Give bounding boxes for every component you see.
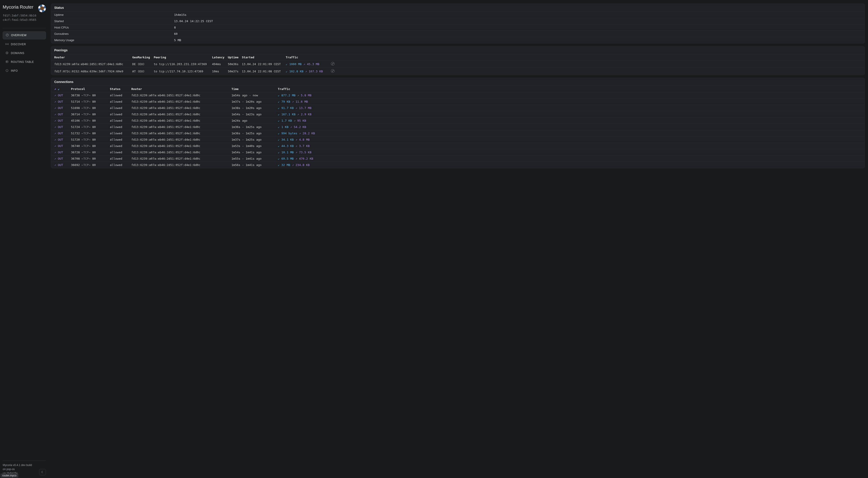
nav-label: DOMAINS	[11, 52, 24, 55]
status-key: Goroutines	[54, 32, 174, 35]
arrow-in-icon: ↙	[278, 113, 280, 116]
nav-domains[interactable]: DOMAINS	[3, 50, 46, 57]
conn-time: 1m36s - 1m25s ago	[231, 125, 278, 129]
arrow-out-icon: ↗	[297, 94, 299, 97]
conn-direction: ↗ OUT	[54, 125, 71, 129]
peer-router: fd1f:072c:0152:4d8a:639e:3d6f:7924:60e9	[54, 70, 132, 73]
conn-protocol: 36692 ←TCP→ 80	[71, 163, 110, 167]
col-traf: Traffic	[286, 56, 329, 59]
conn-traffic: ↙ 167.1 KB ↗ 2.9 KB	[278, 113, 862, 116]
conn-direction: ↗ OUT	[54, 131, 71, 135]
status-row: Host CPUs8	[51, 24, 865, 31]
conn-dir-label: OUT	[58, 125, 63, 129]
col-router: Router	[131, 87, 231, 91]
arrow-out-icon: ↗	[54, 106, 56, 110]
panel-title: Status	[51, 4, 865, 12]
arrow-in-icon: ↙	[278, 94, 280, 97]
arrow-out-icon: ↗	[54, 125, 56, 129]
theme-toggle-button[interactable]: ☾	[39, 469, 46, 475]
router-fingerprint: fd1f:3abf:5854:8b16 c4cf:fea1:b5a3:0565	[3, 13, 46, 22]
conn-protocol: 51724 ←TCP→ 80	[71, 125, 110, 129]
arrow-out-icon: ↗	[54, 100, 56, 103]
conn-time: 1m36s - 1m25s ago	[231, 131, 278, 135]
conn-traffic: ↙ 10.1 MB ↗ 73.5 KB	[278, 151, 862, 154]
conn-dir-label: OUT	[58, 113, 63, 116]
connection-row: ↗ OUT36708 ←TCP→ 80allowedfd13:6239:a07a…	[51, 155, 865, 162]
nav-info[interactable]: INFO	[3, 67, 46, 74]
col-time: Time	[231, 87, 278, 91]
traffic-in: 91.7 KB	[281, 106, 294, 110]
conn-protocol: 51720 ←TCP→ 80	[71, 138, 110, 141]
peer-latency: 494ms	[212, 62, 228, 66]
arrow-in-icon: ↙	[278, 100, 280, 103]
status-panel: Status Uptime1h4m15sStarted13.04.24 14:2…	[51, 4, 865, 43]
conn-time: 1m37s - 1m25s ago	[231, 138, 278, 141]
nav-overview[interactable]: OVERVIEW	[3, 31, 46, 39]
status-value: 5 MB	[174, 38, 862, 42]
status-key: Host CPUs	[54, 26, 174, 29]
brand-logo-icon	[38, 4, 46, 12]
conn-traffic: ↙ 1.7 KB ↗ 95 KB	[278, 119, 862, 122]
arrow-out-icon: ↗	[296, 157, 297, 160]
conn-traffic: ↙ 44.3 KB ↗ 3.7 KB	[278, 144, 862, 148]
arrow-out-icon: ↗	[296, 138, 297, 141]
block-icon[interactable]	[331, 62, 335, 66]
traffic-out: 234.8 KB	[296, 163, 310, 167]
conn-router: fd13:6239:a07a:eb46:2d51:052f:d4e1:6d0c	[131, 125, 231, 129]
conn-direction: ↗ OUT	[54, 113, 71, 116]
status-row: Uptime1h4m15s	[51, 12, 865, 18]
arrow-out-icon: ↗	[54, 157, 56, 160]
conn-status: allowed	[110, 131, 131, 135]
sidebar: Mycoria Router fd1f:3abf:5854:8b16 c4cf:…	[0, 0, 49, 478]
peer-uptime: 50m36s	[228, 62, 242, 66]
traffic-out: 2.9 KB	[301, 113, 311, 116]
main-content: Status Uptime1h4m15sStarted13.04.24 14:2…	[49, 0, 868, 478]
connection-row: ↗ OUT36738 ←TCP→ 80allowedfd13:6239:a07a…	[51, 92, 865, 98]
traffic-in: 877.2 MB	[281, 94, 296, 97]
conn-dir-label: OUT	[58, 151, 63, 154]
peer-traffic: ↙ 102.8 KB ↗ 107.3 KB	[286, 70, 329, 73]
svg-point-1	[7, 44, 7, 44]
arrow-out-icon: ↗	[54, 144, 56, 148]
nav-discover[interactable]: DISCOVER	[3, 41, 46, 48]
conn-time: 1m37s - 1m20s ago	[231, 100, 278, 103]
arrow-out-icon: ↗	[54, 131, 56, 135]
connection-row: ↗ OUT51720 ←TCP→ 80allowedfd13:6239:a07a…	[51, 137, 865, 143]
traffic-out: 5.8 MB	[301, 94, 311, 97]
conn-status: allowed	[110, 119, 131, 122]
broadcast-icon	[5, 42, 8, 47]
arrow-out-icon: ↗	[296, 144, 297, 148]
conn-time: 1m54s - 1m41s ago	[231, 151, 278, 154]
arrow-in-icon: ↙	[278, 157, 280, 160]
peer-router: fd13:6239:a07a:eb46:2d51:052f:d4e1:6d0c	[54, 62, 132, 66]
traffic-out: 4.8 MB	[299, 138, 310, 141]
status-value: 60	[174, 32, 862, 35]
traffic-out: 107.3 KB	[309, 70, 323, 73]
conn-direction: ↗ OUT	[54, 138, 71, 141]
block-icon[interactable]	[331, 69, 335, 73]
conn-dir-label: OUT	[58, 119, 63, 122]
nav-routing-table[interactable]: ROUTING TABLE	[3, 58, 46, 66]
arrow-out-icon: ↗	[292, 163, 294, 167]
conn-dir-label: OUT	[58, 163, 63, 167]
conn-direction: ↗ OUT	[54, 100, 71, 103]
conn-router: fd13:6239:a07a:eb46:2d51:052f:d4e1:6d0c	[131, 94, 231, 97]
connection-row: ↗ OUT51732 ←TCP→ 80allowedfd13:6239:a07a…	[51, 130, 865, 137]
arrow-out-icon: ↗	[54, 94, 56, 97]
conn-router: fd13:6239:a07a:eb46:2d51:052f:d4e1:6d0c	[131, 131, 231, 135]
connection-row: ↗ OUT45106 ←TCP→ 80allowedfd13:6239:a07a…	[51, 118, 865, 124]
traffic-out: 11.6 MB	[296, 100, 308, 103]
conn-router: fd13:6239:a07a:eb46:2d51:052f:d4e1:6d0c	[131, 113, 231, 116]
conn-protocol: 36740 ←TCP→ 80	[71, 144, 110, 148]
arrow-out-icon: ↗	[54, 138, 56, 141]
connection-row: ↗ OUT36740 ←TCP→ 80allowedfd13:6239:a07a…	[51, 143, 865, 149]
conn-dir-label: OUT	[58, 131, 63, 135]
traffic-out: 45.3 MB	[307, 62, 319, 66]
brand-title: Mycoria Router	[3, 4, 33, 10]
conn-status: allowed	[110, 151, 131, 154]
peering-row: fd13:6239:a07a:eb46:2d51:052f:d4e1:6d0cD…	[51, 61, 865, 68]
conn-dir-label: OUT	[58, 100, 63, 103]
connection-row: ↗ OUT36692 ←TCP→ 80allowedfd13:6239:a07a…	[51, 162, 865, 168]
conn-protocol: 36738 ←TCP→ 80	[71, 94, 110, 97]
traffic-out: 54.2 KB	[293, 125, 306, 129]
